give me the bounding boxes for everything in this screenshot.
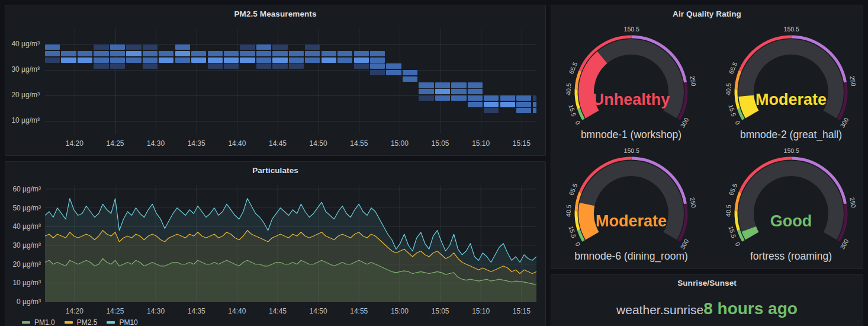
- heatmap-cell[interactable]: [370, 63, 385, 69]
- heatmap-cell[interactable]: [45, 51, 60, 56]
- particulates-plot[interactable]: 14:2014:2514:3014:3514:4014:4514:5014:55…: [5, 162, 545, 326]
- heatmap-cell[interactable]: [94, 57, 108, 63]
- heatmap-cell[interactable]: [419, 89, 433, 94]
- legend-item-pm10[interactable]: PM10: [107, 318, 137, 326]
- heatmap-cell[interactable]: [500, 95, 515, 101]
- heatmap-cell[interactable]: [159, 57, 173, 63]
- heatmap-cell[interactable]: [45, 57, 60, 63]
- heatmap-cell[interactable]: [484, 102, 499, 107]
- heatmap-cell[interactable]: [175, 44, 190, 50]
- legend-item-pm1-0[interactable]: PM1.0: [22, 318, 55, 326]
- heatmap-cell[interactable]: [435, 82, 450, 88]
- heatmap-cell[interactable]: [94, 44, 108, 50]
- heatmap-cell[interactable]: [256, 63, 271, 69]
- particulates-chart[interactable]: 14:2014:2514:3014:3514:4014:4514:5014:55…: [5, 162, 546, 326]
- heatmap-cell[interactable]: [256, 44, 271, 50]
- heatmap-cell[interactable]: [533, 95, 537, 101]
- heatmap-cell[interactable]: [256, 57, 271, 63]
- heatmap-cell[interactable]: [403, 70, 417, 75]
- heatmap-cell[interactable]: [110, 57, 125, 63]
- heatmap-cell[interactable]: [208, 63, 223, 69]
- heatmap-cell[interactable]: [143, 63, 157, 69]
- heatmap-cell[interactable]: [126, 51, 141, 56]
- heatmap-cell[interactable]: [322, 51, 336, 56]
- heatmap-cell[interactable]: [143, 57, 157, 63]
- heatmap-cell[interactable]: [143, 51, 157, 56]
- heatmap-cell[interactable]: [305, 51, 320, 56]
- heatmap-cell[interactable]: [78, 57, 92, 63]
- heatmap-cell[interactable]: [61, 51, 76, 56]
- heatmap-cell[interactable]: [61, 57, 76, 63]
- heatmap-cell[interactable]: [370, 57, 385, 63]
- panel-title-air-quality-rating[interactable]: Air Quality Rating: [551, 5, 863, 18]
- heatmap-cell[interactable]: [500, 102, 515, 107]
- heatmap-cell[interactable]: [94, 63, 108, 69]
- heatmap-cell[interactable]: [224, 57, 239, 63]
- heatmap-cell[interactable]: [110, 63, 125, 69]
- heatmap-cell[interactable]: [289, 57, 304, 63]
- heatmap-cell[interactable]: [468, 89, 483, 94]
- heatmap-cell[interactable]: [143, 44, 157, 50]
- legend-item-pm2-5[interactable]: PM2.5: [65, 318, 98, 326]
- heatmap-cell[interactable]: [484, 95, 499, 101]
- heatmap-cell[interactable]: [126, 44, 141, 50]
- heatmap-cell[interactable]: [78, 51, 92, 56]
- heatmap-cell[interactable]: [516, 95, 531, 101]
- heatmap-cell[interactable]: [533, 108, 537, 113]
- heatmap-cell[interactable]: [191, 57, 206, 63]
- heatmap-cell[interactable]: [516, 102, 531, 107]
- heatmap-cell[interactable]: [191, 51, 206, 56]
- pm25-heatmap-plot[interactable]: 14:2014:2514:3014:3514:4014:4514:5014:55…: [5, 5, 545, 155]
- panel-title-sunrise-sunset[interactable]: Sunrise/Sunset: [551, 274, 863, 287]
- heatmap-cell[interactable]: [451, 89, 466, 94]
- heatmap-cell[interactable]: [240, 57, 255, 63]
- heatmap-cell[interactable]: [435, 89, 450, 94]
- heatmap-area[interactable]: [45, 28, 536, 134]
- heatmap-cell[interactable]: [322, 57, 336, 63]
- heatmap-cell[interactable]: [240, 51, 255, 56]
- heatmap-cell[interactable]: [175, 57, 190, 63]
- heatmap-cell[interactable]: [126, 57, 141, 63]
- heatmap-cell[interactable]: [272, 63, 287, 69]
- heatmap-cell[interactable]: [272, 44, 287, 50]
- heatmap-cell[interactable]: [272, 51, 287, 56]
- heatmap-cell[interactable]: [451, 95, 466, 101]
- heatmap-cell[interactable]: [110, 51, 125, 56]
- heatmap-cell[interactable]: [468, 82, 483, 88]
- heatmap-cell[interactable]: [224, 51, 239, 56]
- heatmap-cell[interactable]: [240, 44, 255, 50]
- heatmap-cell[interactable]: [386, 70, 401, 75]
- heatmap-cell[interactable]: [370, 51, 385, 56]
- heatmap-cell[interactable]: [289, 51, 304, 56]
- heatmap-cell[interactable]: [159, 51, 173, 56]
- heatmap-cell[interactable]: [451, 82, 466, 88]
- heatmap-cell[interactable]: [337, 51, 352, 56]
- heatmap-cell[interactable]: [224, 63, 239, 69]
- heatmap-cell[interactable]: [354, 57, 369, 63]
- heatmap-cell[interactable]: [354, 63, 369, 69]
- heatmap-cell[interactable]: [468, 95, 483, 101]
- heatmap-cell[interactable]: [337, 57, 352, 63]
- heatmap-cell[interactable]: [419, 95, 433, 101]
- heatmap-cell[interactable]: [208, 57, 223, 63]
- heatmap-cell[interactable]: [370, 70, 385, 75]
- heatmap-cell[interactable]: [110, 44, 125, 50]
- heatmap-cell[interactable]: [256, 51, 271, 56]
- heatmap-cell[interactable]: [305, 44, 320, 50]
- heatmap-cell[interactable]: [289, 63, 304, 69]
- heatmap-cell[interactable]: [484, 108, 499, 113]
- heatmap-cell[interactable]: [175, 51, 190, 56]
- heatmap-cell[interactable]: [354, 51, 369, 56]
- heatmap-cell[interactable]: [533, 102, 537, 107]
- heatmap-cell[interactable]: [208, 51, 223, 56]
- heatmap-cell[interactable]: [272, 57, 287, 63]
- heatmap-cell[interactable]: [419, 82, 433, 88]
- heatmap-cell[interactable]: [435, 95, 450, 101]
- heatmap-cell[interactable]: [468, 102, 483, 107]
- heatmap-cell[interactable]: [403, 76, 417, 82]
- heatmap-cell[interactable]: [94, 51, 108, 56]
- heatmap-cell[interactable]: [45, 44, 60, 50]
- heatmap-cell[interactable]: [305, 57, 320, 63]
- heatmap-cell[interactable]: [386, 63, 401, 69]
- heatmap-cell[interactable]: [516, 108, 531, 113]
